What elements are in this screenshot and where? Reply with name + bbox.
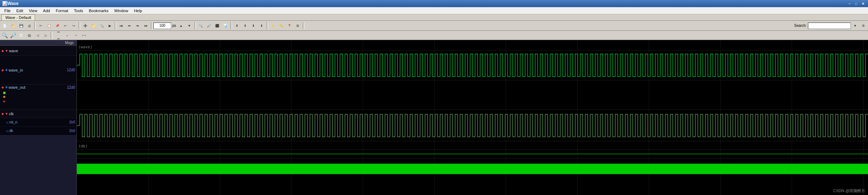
save-button[interactable]: 💾 bbox=[17, 22, 25, 30]
title-bar-icon: 📊 bbox=[2, 1, 8, 6]
menu-edit[interactable]: Edit bbox=[14, 8, 26, 14]
signal-row-wave-in[interactable]: ◆ ❖ wave_in 1Zd0 bbox=[0, 56, 77, 84]
signal-val-wave-in: 1Zd0 bbox=[67, 68, 75, 72]
sep3 bbox=[115, 22, 116, 29]
step-back-button[interactable]: ⬅ bbox=[125, 22, 133, 30]
sep9 bbox=[51, 32, 52, 39]
view-next-button[interactable]: ▷ bbox=[42, 31, 50, 39]
zoom-in-sm-button[interactable]: 🔍 bbox=[1, 31, 9, 39]
wave-out-icon2: ✱ bbox=[3, 95, 75, 99]
search-options-button[interactable]: ⚙ bbox=[859, 22, 867, 30]
snap-button[interactable]: ⚡ bbox=[269, 22, 277, 30]
sep4 bbox=[151, 22, 152, 29]
signal-name-dk-sub: dk bbox=[9, 129, 69, 133]
cursor-down-button[interactable]: ⬇ bbox=[250, 22, 257, 30]
cursor-up-button[interactable]: ⬆ bbox=[241, 22, 249, 30]
menu-bar: File Edit View Add Format Tools Bookmark… bbox=[0, 7, 868, 14]
time-input[interactable] bbox=[153, 23, 171, 29]
time-down-button[interactable]: ▼ bbox=[186, 22, 193, 30]
time-up-button[interactable]: ▲ bbox=[177, 22, 185, 30]
zoom-region-button[interactable]: ▤ bbox=[25, 31, 33, 39]
signal-val-wave-out: 1Zd0 bbox=[67, 86, 75, 89]
new-button[interactable]: 📄 bbox=[1, 22, 9, 30]
zoom-in-button[interactable]: 🔍 bbox=[197, 22, 205, 30]
find-button[interactable]: 🔍 bbox=[98, 22, 105, 30]
waveform-cycle-button[interactable]: ⌐¬ bbox=[80, 31, 88, 39]
group-icon-wave: ◆ bbox=[1, 49, 4, 53]
signal-group-dk[interactable]: ◆ ▼ clk bbox=[0, 109, 77, 118]
menu-file[interactable]: File bbox=[1, 8, 14, 14]
signal-group-wave[interactable]: ◆ ▼ wave bbox=[0, 46, 77, 56]
cut-button[interactable]: ✂ bbox=[37, 22, 45, 30]
sep5 bbox=[194, 22, 196, 29]
expand-wave-icon[interactable]: ▼ bbox=[5, 49, 8, 53]
signal-panel: Msgs ◆ ▼ wave ◆ ❖ wave_in 1Zd0 ◆ bbox=[0, 40, 77, 195]
search-input[interactable] bbox=[808, 23, 851, 29]
run-all-button[interactable]: ⏭ bbox=[142, 22, 150, 30]
search-go-button[interactable]: ▼ bbox=[851, 22, 859, 30]
menu-format[interactable]: Format bbox=[53, 8, 71, 14]
cursor-next-button[interactable]: ⬇ bbox=[258, 22, 266, 30]
view-prev-button[interactable]: ◁ bbox=[34, 31, 41, 39]
zoom-full-button[interactable]: ⬛ bbox=[213, 22, 221, 30]
menu-add[interactable]: Add bbox=[40, 8, 53, 14]
menu-window[interactable]: Window bbox=[112, 8, 131, 14]
signal-panel-header: Msgs bbox=[0, 40, 77, 46]
waveform-down-button[interactable]: ¬ bbox=[72, 31, 80, 39]
svg-text:(wave): (wave) bbox=[78, 45, 93, 49]
menu-bookmarks[interactable]: Bookmarks bbox=[86, 8, 111, 14]
open-button[interactable]: 📂 bbox=[9, 22, 17, 30]
undo-button[interactable]: ↩ bbox=[61, 22, 69, 30]
signal-row-rst-n[interactable]: ◁ rst_n 1h0 bbox=[0, 118, 77, 127]
wave-out-icon3: ◈ bbox=[3, 99, 75, 103]
menu-help[interactable]: Help bbox=[131, 8, 145, 14]
expand-dk-icon[interactable]: ▼ bbox=[5, 112, 8, 116]
window-controls[interactable]: ─ □ ✕ bbox=[847, 2, 866, 6]
signal-name-wave-out: wave_out bbox=[9, 85, 67, 89]
menu-view[interactable]: View bbox=[26, 8, 40, 14]
signal-val-rst-n: 1h0 bbox=[69, 120, 75, 124]
measure-button[interactable]: 📏 bbox=[277, 22, 285, 30]
zoom-fit-button[interactable]: ⬜ bbox=[17, 31, 25, 39]
waveform-svg: (wave) (dk) bbox=[77, 40, 868, 195]
signal-name-rst-n: rst_n bbox=[9, 120, 69, 124]
marker-button[interactable]: 📍 bbox=[286, 22, 294, 30]
time-unit: ps bbox=[172, 24, 176, 28]
signal-row-wave-out[interactable]: ◆ ❖ wave_out 1Zd0 ▣ ✱ ◈ bbox=[0, 84, 77, 109]
redo-button[interactable]: ↪ bbox=[70, 22, 78, 30]
arrow-icon-wave-in: ❖ bbox=[5, 68, 8, 72]
signal-name-wave-in: wave_in bbox=[9, 68, 67, 72]
signal-row-dk[interactable]: ◁ dk 1h0 bbox=[0, 127, 77, 135]
wave-panel[interactable]: (wave) (dk) CSDN @雨脑醉月 bbox=[77, 40, 868, 195]
waveform-select-button[interactable]: ▔▁ bbox=[53, 31, 63, 39]
group-name-wave: wave bbox=[9, 49, 18, 53]
main-toolbar: 📄 📂 💾 🖨 ✂ 📋 📌 ↩ ↪ ➕ 📁 🔍 ▶ ⏮ ⬅ ➡ ⏭ ps ▲ ▼… bbox=[0, 21, 868, 31]
add-group-button[interactable]: 📁 bbox=[89, 22, 97, 30]
paste-button[interactable]: 📌 bbox=[53, 22, 61, 30]
sim-button[interactable]: ▶ bbox=[106, 22, 114, 30]
zoom-out-sm-button[interactable]: 🔎 bbox=[9, 31, 17, 39]
cursor-prev-button[interactable]: ⬆ bbox=[233, 22, 241, 30]
waveform-up-button[interactable]: ⌐ bbox=[64, 31, 71, 39]
diamond-icon-wave-out: ◆ bbox=[1, 86, 4, 89]
sep6 bbox=[231, 22, 232, 29]
zoom-active-button[interactable]: 📊 bbox=[222, 22, 230, 30]
sep7 bbox=[267, 22, 268, 29]
group-name-dk: clk bbox=[9, 112, 14, 116]
step-fwd-button[interactable]: ➡ bbox=[134, 22, 142, 30]
arrow-icon-rst-n: ◁ bbox=[6, 121, 8, 124]
zoom-out-button[interactable]: 🔎 bbox=[205, 22, 213, 30]
print-button[interactable]: 🖨 bbox=[25, 22, 33, 30]
copy-button[interactable]: 📋 bbox=[45, 22, 53, 30]
zoom-toolbar: 🔍 🔎 ⬜ ▤ ◁ ▷ ▔▁ ⌐ ¬ ⌐¬ bbox=[0, 31, 868, 40]
menu-tools[interactable]: Tools bbox=[71, 8, 86, 14]
signal-val-dk: 1h0 bbox=[69, 129, 75, 133]
add-signal-button[interactable]: ➕ bbox=[81, 22, 89, 30]
svg-rect-21 bbox=[77, 164, 868, 174]
group-icon-dk: ◆ bbox=[1, 112, 4, 116]
grid-button[interactable]: ⊞ bbox=[294, 22, 302, 30]
restart-button[interactable]: ⏮ bbox=[117, 22, 125, 30]
tab-wave-default[interactable]: Wave - Default bbox=[1, 14, 35, 20]
title-bar-title: Wave bbox=[8, 1, 19, 6]
svg-text:(dk): (dk) bbox=[78, 144, 88, 148]
